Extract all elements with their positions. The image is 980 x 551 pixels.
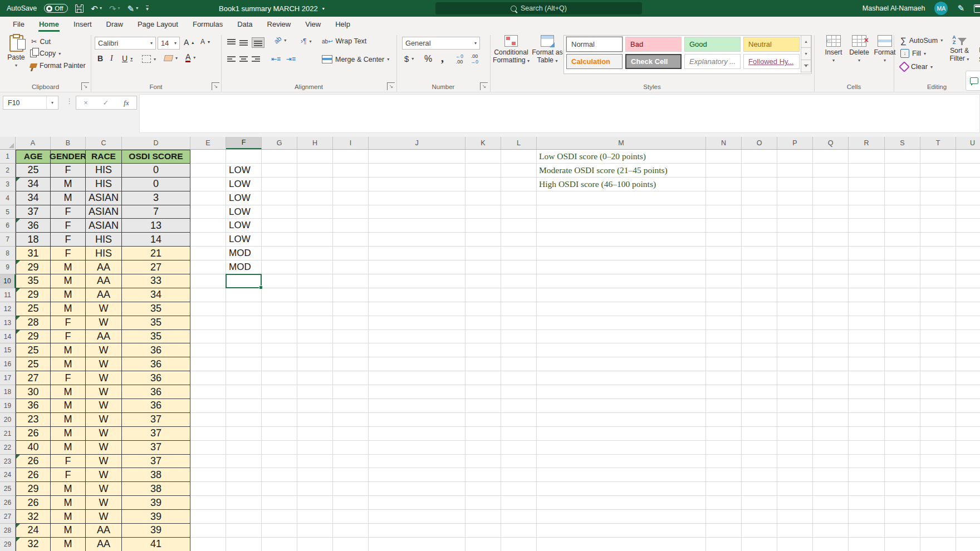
cell-C22[interactable]: W	[86, 441, 122, 455]
cell-N7[interactable]	[706, 233, 742, 247]
undo-button[interactable]: ↶▾	[91, 4, 102, 13]
ribbon-display-icon[interactable]	[974, 4, 980, 13]
cell-B25[interactable]: M	[51, 482, 86, 496]
cell-K6[interactable]	[465, 219, 501, 233]
cell-K23[interactable]	[465, 455, 501, 469]
cell-T3[interactable]	[920, 178, 956, 191]
cell-U18[interactable]	[956, 385, 980, 399]
cell-E15[interactable]	[190, 343, 226, 357]
cell-N9[interactable]	[706, 260, 742, 274]
cell-T14[interactable]	[920, 330, 956, 344]
cell-F29[interactable]	[226, 538, 262, 551]
cell-M24[interactable]	[537, 468, 706, 482]
cell-G12[interactable]	[262, 302, 297, 316]
cell-E24[interactable]	[190, 468, 226, 482]
cell-Q19[interactable]	[813, 399, 849, 413]
cell-J14[interactable]	[369, 330, 465, 344]
cell-J19[interactable]	[369, 399, 465, 413]
cell-D21[interactable]: 37	[122, 427, 190, 441]
cell-T11[interactable]	[920, 288, 956, 302]
cell-C25[interactable]: W	[86, 482, 122, 496]
cell-E23[interactable]	[190, 455, 226, 469]
cell-U19[interactable]	[956, 399, 980, 413]
cell-Q21[interactable]	[813, 427, 849, 441]
cell-H17[interactable]	[297, 371, 333, 385]
sort-filter-button[interactable]: AZ Sort &Filter ▾	[947, 35, 972, 62]
cell-T19[interactable]	[920, 399, 956, 413]
cell-A14[interactable]: 29	[16, 330, 51, 344]
cell-O19[interactable]	[742, 399, 777, 413]
cell-J11[interactable]	[369, 288, 465, 302]
cell-G24[interactable]	[262, 468, 297, 482]
cell-D19[interactable]: 36	[122, 399, 190, 413]
cell-I27[interactable]	[333, 510, 369, 524]
cell-G26[interactable]	[262, 496, 297, 510]
cell-M27[interactable]	[537, 510, 706, 524]
cell-E16[interactable]	[190, 357, 226, 371]
cell-C29[interactable]: AA	[86, 538, 122, 551]
cell-T18[interactable]	[920, 385, 956, 399]
cell-S16[interactable]	[885, 357, 920, 371]
cell-D9[interactable]: 27	[122, 260, 190, 274]
tab-formulas[interactable]: Formulas	[185, 17, 230, 32]
cell-D15[interactable]: 36	[122, 343, 190, 357]
cell-B9[interactable]: M	[51, 260, 86, 274]
cell-L24[interactable]	[501, 468, 537, 482]
cell-N26[interactable]	[706, 496, 742, 510]
cell-R17[interactable]	[849, 371, 885, 385]
cell-P12[interactable]	[777, 302, 813, 316]
column-header-U[interactable]: U	[956, 137, 980, 149]
cell-S25[interactable]	[885, 482, 920, 496]
cell-L15[interactable]	[501, 343, 537, 357]
row-header-26[interactable]: 26	[0, 496, 16, 510]
cell-E17[interactable]	[190, 371, 226, 385]
insert-function-icon[interactable]: fx	[124, 99, 129, 107]
cell-A1[interactable]: AGE	[16, 150, 51, 164]
cell-A6[interactable]: 36	[16, 219, 51, 233]
cell-N22[interactable]	[706, 441, 742, 455]
cell-N13[interactable]	[706, 316, 742, 330]
cell-D23[interactable]: 37	[122, 455, 190, 469]
cell-N6[interactable]	[706, 219, 742, 233]
cell-B6[interactable]: F	[51, 219, 86, 233]
cell-A20[interactable]: 23	[16, 413, 51, 427]
cell-T12[interactable]	[920, 302, 956, 316]
cell-F23[interactable]	[226, 455, 262, 469]
cell-R10[interactable]	[849, 274, 885, 288]
cell-S10[interactable]	[885, 274, 920, 288]
cell-J12[interactable]	[369, 302, 465, 316]
cell-I9[interactable]	[333, 260, 369, 274]
cell-C15[interactable]: W	[86, 343, 122, 357]
cell-Q6[interactable]	[813, 219, 849, 233]
namebox-resize-handle[interactable]: ⋮	[66, 97, 73, 105]
cell-S29[interactable]	[885, 538, 920, 551]
cell-O25[interactable]	[742, 482, 777, 496]
cell-I22[interactable]	[333, 441, 369, 455]
cell-P24[interactable]	[777, 468, 813, 482]
cell-T21[interactable]	[920, 427, 956, 441]
row-header-6[interactable]: 6	[0, 219, 16, 233]
cell-R24[interactable]	[849, 468, 885, 482]
row-header-28[interactable]: 28	[0, 524, 16, 538]
column-header-L[interactable]: L	[501, 137, 537, 149]
cell-M14[interactable]	[537, 330, 706, 344]
cell-B29[interactable]: M	[51, 538, 86, 551]
cell-S19[interactable]	[885, 399, 920, 413]
cell-U2[interactable]	[956, 164, 980, 178]
cell-I6[interactable]	[333, 219, 369, 233]
cell-U11[interactable]	[956, 288, 980, 302]
cell-B23[interactable]: F	[51, 455, 86, 469]
row-header-21[interactable]: 21	[0, 427, 16, 441]
cell-N20[interactable]	[706, 413, 742, 427]
cell-G4[interactable]	[262, 191, 297, 205]
row-header-27[interactable]: 27	[0, 510, 16, 524]
cell-P20[interactable]	[777, 413, 813, 427]
cell-U16[interactable]	[956, 357, 980, 371]
cell-B10[interactable]: M	[51, 274, 86, 288]
column-header-T[interactable]: T	[920, 137, 956, 149]
cell-M7[interactable]	[537, 233, 706, 247]
cell-M13[interactable]	[537, 316, 706, 330]
cell-K11[interactable]	[465, 288, 501, 302]
style-bad[interactable]: Bad	[625, 37, 682, 52]
cell-I23[interactable]	[333, 455, 369, 469]
